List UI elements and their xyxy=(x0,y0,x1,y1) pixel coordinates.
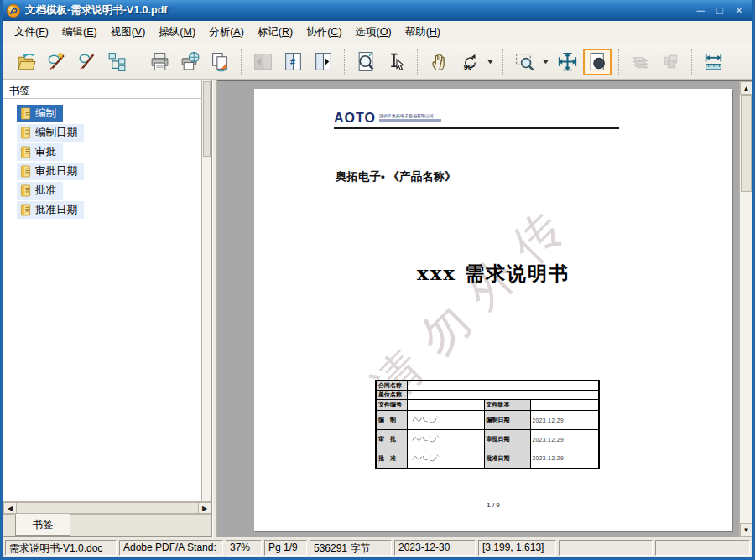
zoom-tool-button[interactable] xyxy=(351,49,380,75)
sidebar-horizontal-scrollbar[interactable]: ◀ ▶ xyxy=(3,501,211,514)
toolbar-group xyxy=(698,49,728,75)
next-page-icon xyxy=(313,51,334,72)
fit-page-icon xyxy=(557,51,578,72)
marquee-zoom-button[interactable] xyxy=(510,49,539,75)
bookmark-icon xyxy=(20,184,31,197)
close-button[interactable]: ✕ xyxy=(731,4,747,18)
zoom-tool-icon xyxy=(356,51,377,72)
snapshot-button xyxy=(656,49,685,75)
measure-icon xyxy=(703,51,724,72)
markup-note-button[interactable] xyxy=(72,49,101,75)
menu-item-h[interactable]: 帮助(H) xyxy=(398,23,447,42)
bookmark-item[interactable]: 批准日期 xyxy=(3,200,201,220)
print-button[interactable] xyxy=(145,49,174,75)
bookmark-item[interactable]: 审批 xyxy=(3,143,201,162)
scroll-up-icon[interactable]: ▲ xyxy=(740,81,752,95)
rotate-90-button[interactable]: 90° xyxy=(455,49,483,75)
bookmark-item[interactable]: 审批日期 xyxy=(3,162,201,181)
scroll-right-icon[interactable]: ▶ xyxy=(198,502,211,514)
svg-text:#: # xyxy=(289,57,295,67)
copy-pages-icon xyxy=(210,51,231,72)
bookmark[interactable]: 批准日期 xyxy=(17,201,84,219)
bookmark[interactable]: 审批 xyxy=(17,143,63,161)
table-label-cell: 批准日期 xyxy=(484,449,530,469)
hand-tool-button[interactable] xyxy=(424,49,453,75)
toolbar-group xyxy=(11,49,132,75)
bookmark-icon xyxy=(20,146,31,158)
maximize-button[interactable]: □ xyxy=(711,4,728,18)
bookmarks-panel: 书签 编制编制日期审批审批日期批准批准日期 ◀ ▶ 书签 xyxy=(3,80,212,537)
menu-item-r[interactable]: 标记(R) xyxy=(251,23,299,42)
scroll-down-icon[interactable]: ▼ xyxy=(740,523,752,537)
bookmark-item[interactable]: 编制日期 xyxy=(3,123,201,143)
print-preview-button[interactable] xyxy=(175,49,204,75)
next-page-button[interactable] xyxy=(309,49,337,75)
table-value-cell: 2023.12.29 xyxy=(530,449,599,469)
layers-button xyxy=(626,49,654,75)
document-vertical-scrollbar[interactable]: ▲ ▼ xyxy=(739,81,752,537)
menu-item-v[interactable]: 视图(V) xyxy=(104,23,153,42)
table-value-cell: 2023.12.29 xyxy=(530,411,599,430)
dropdown-arrow[interactable] xyxy=(540,49,551,75)
menu-item-a[interactable]: 分析(A) xyxy=(202,23,251,42)
sidebar-hscroll-thumb[interactable] xyxy=(17,502,198,514)
sidebar-scroll-thumb[interactable] xyxy=(203,81,211,157)
status-cell-1: Adobe PDF/A Stand: xyxy=(119,540,223,556)
bookmark[interactable]: 编制日期 xyxy=(17,124,84,142)
menu-bar: 文件(F)编辑(E)视图(V)操纵(M)分析(A)标记(R)协作(C)选项(O)… xyxy=(3,21,752,44)
toolbar-group xyxy=(144,49,235,75)
menu-item-f[interactable]: 文件(F) xyxy=(8,23,55,42)
open-file-icon xyxy=(16,51,37,72)
approval-table: 合同名称单位名称文件编号文件版本编 制编制日期2023.12.29审 批审批日期… xyxy=(375,380,600,469)
bookmark[interactable]: 审批日期 xyxy=(17,163,84,180)
signature-scribble xyxy=(409,413,445,426)
bookmark-item[interactable]: 批准 xyxy=(3,181,201,200)
table-value-cell xyxy=(530,400,599,411)
bookmarks-list: 编制编制日期审批审批日期批准批准日期 xyxy=(3,99,201,501)
bookmark-item[interactable]: 编制 xyxy=(3,104,201,123)
toolbar-group xyxy=(509,49,612,75)
dropdown-arrow-icon xyxy=(487,58,494,65)
menu-item-c[interactable]: 协作(C) xyxy=(299,23,348,42)
header-rule xyxy=(334,127,619,129)
status-cell-5: 2023-12-30 xyxy=(394,540,476,556)
markup-star-button[interactable] xyxy=(42,49,70,75)
menu-item-e[interactable]: 编辑(E) xyxy=(55,23,104,42)
pdf-page: 请勿外传 AOTO 深圳市奥拓电子股份有限公司 奥拓电子• 《产品名称》 xxx… xyxy=(254,89,732,531)
status-cell-6: [3.199, 1.613] xyxy=(478,540,556,556)
status-cell-2: 37% xyxy=(226,540,262,556)
copy-pages-button[interactable] xyxy=(206,49,234,75)
bookmark-label: 审批 xyxy=(35,145,56,159)
toolbar-group xyxy=(351,49,411,75)
bookmark-label: 编制日期 xyxy=(35,126,77,140)
signature-scribble xyxy=(409,452,445,464)
scroll-left-icon[interactable]: ◀ xyxy=(3,502,17,514)
open-file-button[interactable] xyxy=(12,49,40,75)
goto-page-button[interactable]: # xyxy=(279,49,307,75)
sidebar-vertical-scrollbar[interactable] xyxy=(201,80,211,501)
print-icon xyxy=(149,51,170,72)
approval-table-row: 审 批审批日期2023.12.29 xyxy=(376,430,599,449)
window-title: 文档模板-需求说明书-V1.0.pdf xyxy=(25,3,690,18)
select-text-button[interactable] xyxy=(382,49,410,75)
toolbar-separator xyxy=(502,49,503,75)
bookmark-tree-button[interactable] xyxy=(102,49,131,75)
bookmarks-header: 书签 xyxy=(3,80,201,99)
approval-table-row: 批 准批准日期2023.12.29 xyxy=(376,449,599,469)
menu-item-m[interactable]: 操纵(M) xyxy=(152,23,202,42)
table-label-cell: 文件编号 xyxy=(376,400,407,411)
bookmark-selected[interactable]: 编制 xyxy=(17,105,63,122)
fit-page-button[interactable] xyxy=(553,49,581,75)
menu-item-o[interactable]: 选项(O) xyxy=(349,23,398,42)
tab-bookmarks[interactable]: 书签 xyxy=(15,514,70,536)
bookmark[interactable]: 批准 xyxy=(17,182,63,200)
document-scroll-thumb[interactable] xyxy=(741,95,752,192)
logo-brand-text: AOTO xyxy=(334,111,376,125)
select-text-icon xyxy=(386,51,407,72)
status-bar: 需求说明书-V1.0.docAdobe PDF/A Stand:37%Pg 1/… xyxy=(3,537,752,557)
measure-button[interactable] xyxy=(699,49,727,75)
table-label-cell: 批 准 xyxy=(376,449,407,469)
dropdown-arrow[interactable] xyxy=(485,49,496,75)
pan-window-button[interactable] xyxy=(583,49,612,75)
minimize-button[interactable]: ─ xyxy=(692,4,709,18)
